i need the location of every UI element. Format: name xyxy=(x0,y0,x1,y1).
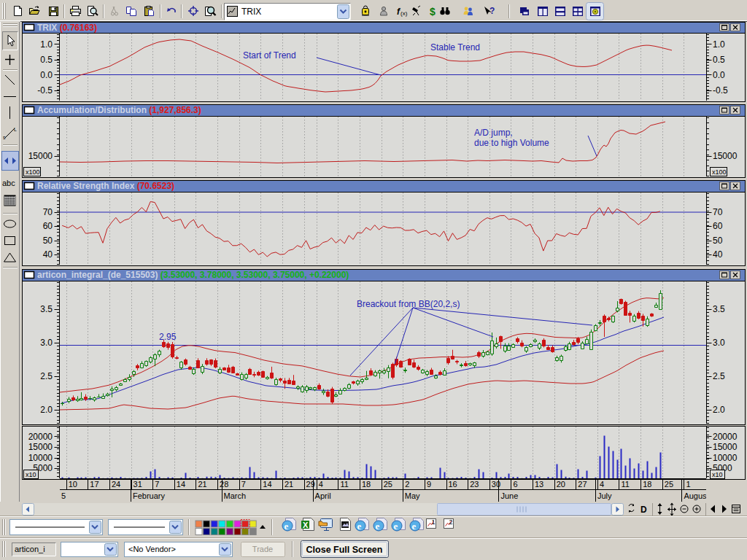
svg-text:e: e xyxy=(412,521,417,532)
svg-text:2.0: 2.0 xyxy=(40,405,53,415)
svg-text:0.0: 0.0 xyxy=(40,70,53,80)
svg-text:2: 2 xyxy=(449,518,453,526)
svg-text:Breackout from BB(20,2,s): Breackout from BB(20,2,s) xyxy=(357,299,460,309)
svg-text:2: 2 xyxy=(405,480,409,489)
svg-text:21: 21 xyxy=(285,480,293,489)
svg-text:9: 9 xyxy=(427,480,431,489)
svg-text:15000: 15000 xyxy=(713,442,738,452)
svg-text:August: August xyxy=(684,491,708,500)
svg-text:15000: 15000 xyxy=(28,151,53,161)
svg-text:30: 30 xyxy=(492,480,500,489)
svg-text:14: 14 xyxy=(263,480,271,489)
svg-text:24: 24 xyxy=(112,480,120,489)
svg-text:25: 25 xyxy=(384,480,392,489)
svg-text:due to high Volume: due to high Volume xyxy=(474,138,549,148)
svg-text:23: 23 xyxy=(470,480,479,489)
svg-text:14: 14 xyxy=(177,480,185,489)
svg-text:27: 27 xyxy=(578,480,587,489)
svg-text:x100: x100 xyxy=(712,168,727,176)
svg-text:?: ? xyxy=(489,6,495,16)
svg-text:10000: 10000 xyxy=(713,453,738,463)
svg-text:4: 4 xyxy=(600,480,604,489)
svg-text:40: 40 xyxy=(43,249,53,260)
svg-text:0.5: 0.5 xyxy=(713,55,725,65)
svg-text:L: L xyxy=(14,127,17,132)
svg-text:2.5: 2.5 xyxy=(713,371,725,381)
svg-text:-0.5: -0.5 xyxy=(713,85,728,96)
svg-text:25: 25 xyxy=(665,480,673,489)
svg-text:June: June xyxy=(500,491,518,500)
svg-text:x10: x10 xyxy=(712,471,723,478)
svg-text:1: 1 xyxy=(432,518,436,526)
svg-text:July: July xyxy=(597,491,612,500)
svg-text:7: 7 xyxy=(155,480,159,489)
svg-text:50: 50 xyxy=(713,236,723,246)
svg-text:60: 60 xyxy=(713,221,723,231)
svg-text:1.0: 1.0 xyxy=(713,39,725,50)
svg-text:50: 50 xyxy=(43,236,53,246)
svg-text:3.0: 3.0 xyxy=(713,338,725,348)
svg-text:20: 20 xyxy=(557,480,565,489)
svg-text:70: 70 xyxy=(43,207,53,217)
svg-text:21: 21 xyxy=(198,480,207,489)
svg-text:16: 16 xyxy=(449,480,457,489)
svg-text:D: D xyxy=(640,505,647,515)
svg-text:18: 18 xyxy=(643,480,651,489)
svg-text:1.0: 1.0 xyxy=(40,39,53,50)
svg-text:s: s xyxy=(3,135,6,140)
svg-text:13: 13 xyxy=(535,480,543,489)
svg-text:e: e xyxy=(394,521,398,532)
svg-text:TRIX (0.76163): TRIX (0.76163) xyxy=(37,23,97,33)
svg-text:28: 28 xyxy=(220,480,228,489)
svg-text:3.5: 3.5 xyxy=(40,304,53,314)
svg-text:3.0: 3.0 xyxy=(40,338,53,348)
svg-text:X: X xyxy=(303,521,309,529)
svg-text:0.5: 0.5 xyxy=(40,55,53,65)
svg-text:60: 60 xyxy=(43,221,53,231)
svg-text:15000: 15000 xyxy=(28,442,53,452)
svg-text:6: 6 xyxy=(513,480,517,489)
svg-text:$: $ xyxy=(430,6,436,18)
svg-text:0.0: 0.0 xyxy=(713,70,725,80)
svg-text:17: 17 xyxy=(90,480,98,489)
svg-text:Accumulation/Distribution (1,9: Accumulation/Distribution (1,927,856.3) xyxy=(37,105,201,115)
svg-text:Close Full Screen: Close Full Screen xyxy=(306,545,383,555)
svg-text:40: 40 xyxy=(713,249,723,260)
svg-text:2.5: 2.5 xyxy=(40,371,53,381)
svg-text:2.0: 2.0 xyxy=(713,405,725,415)
svg-text:1: 1 xyxy=(686,480,690,489)
svg-text:March: March xyxy=(224,491,247,500)
svg-text:April: April xyxy=(315,491,331,500)
svg-text:20000: 20000 xyxy=(713,432,738,442)
svg-text:3.5: 3.5 xyxy=(713,304,725,314)
svg-text:Stable Trend: Stable Trend xyxy=(430,42,480,52)
svg-text:15000: 15000 xyxy=(713,151,738,161)
svg-text:e: e xyxy=(357,521,362,532)
svg-text:10000: 10000 xyxy=(28,453,53,463)
svg-text:Start of Trend: Start of Trend xyxy=(243,50,296,61)
svg-text:20000: 20000 xyxy=(28,432,53,442)
svg-text:11: 11 xyxy=(340,480,348,489)
svg-text:May: May xyxy=(405,491,420,500)
svg-text:2.95: 2.95 xyxy=(159,332,177,342)
svg-text:e: e xyxy=(376,521,380,532)
svg-text:-0.5: -0.5 xyxy=(37,85,53,96)
svg-text:5: 5 xyxy=(61,491,66,500)
svg-text:A/D jump,: A/D jump, xyxy=(474,128,513,138)
svg-text:February: February xyxy=(133,491,166,500)
svg-text:x10: x10 xyxy=(26,471,36,478)
svg-text:abc: abc xyxy=(2,179,15,187)
svg-text:31: 31 xyxy=(133,480,142,489)
svg-text:11: 11 xyxy=(622,480,630,489)
svg-text:70: 70 xyxy=(713,207,723,217)
svg-text:(x): (x) xyxy=(400,10,408,17)
svg-text:29: 29 xyxy=(306,480,315,489)
svg-text:Relative Strength Index (70.65: Relative Strength Index (70.6523) xyxy=(37,181,174,191)
svg-text:18: 18 xyxy=(362,480,371,489)
svg-text:TRIX: TRIX xyxy=(241,7,261,17)
svg-text:4: 4 xyxy=(319,480,323,489)
svg-text:e: e xyxy=(285,521,289,532)
svg-text:Trade: Trade xyxy=(252,545,273,553)
svg-text:x100: x100 xyxy=(26,168,40,176)
svg-text:<No Vendor>: <No Vendor> xyxy=(128,545,176,553)
